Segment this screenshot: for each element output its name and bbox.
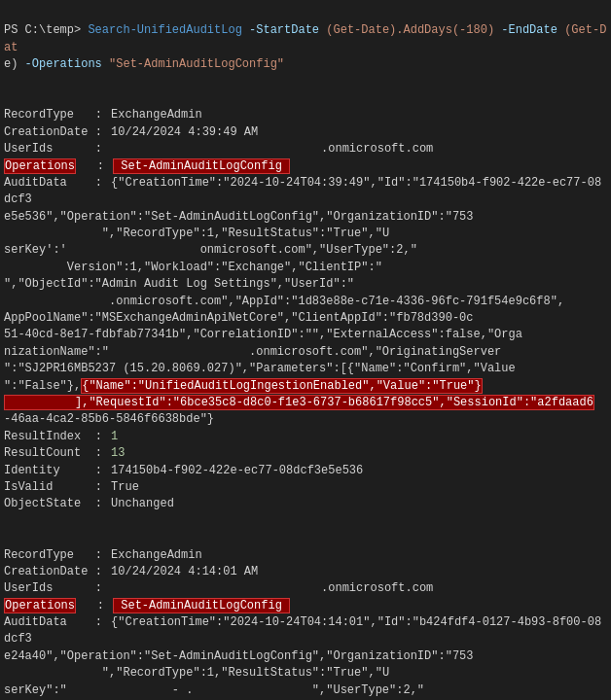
auditdata-label: AuditData bbox=[4, 176, 95, 190]
command-continuation: e) bbox=[4, 57, 25, 71]
command-name: Search-UnifiedAuditLog bbox=[88, 23, 241, 37]
record1-auditdata-row: AuditData : {"CreationTime":"2024-10-24T… bbox=[4, 176, 601, 426]
creationdate-value: 10/24/2024 4:39:49 AM bbox=[111, 125, 258, 139]
blank-line-2 bbox=[4, 531, 11, 544]
record2-auditdata-row: AuditData : {"CreationTime":"2024-10-24T… bbox=[4, 615, 606, 700]
record2-recordtype-row: RecordType : ExchangeAdmin bbox=[4, 548, 202, 562]
resultcount-label: ResultCount bbox=[4, 446, 95, 460]
objectstate-label: ObjectState bbox=[4, 497, 95, 510]
resultindex-label: ResultIndex bbox=[4, 430, 95, 443]
userids-value-2: .onmicrosoft.com bbox=[111, 581, 433, 595]
operations-value-highlight-2: Set-AdminAuditLogConfig bbox=[113, 598, 290, 613]
auditdata-value-1c: -46aa-4ca2-85b6-5846f6638bde"} bbox=[4, 412, 214, 426]
creationdate-label: CreationDate bbox=[4, 125, 95, 139]
recordtype-value: ExchangeAdmin bbox=[111, 108, 202, 122]
recordtype-value-2: ExchangeAdmin bbox=[111, 548, 202, 562]
value-operations: "Set-AdminAuditLogConfig" bbox=[109, 57, 284, 71]
command-line: PS C:\temp> Search-UnifiedAuditLog -Star… bbox=[4, 23, 606, 71]
record1-isvalid-row: IsValid : True bbox=[4, 480, 139, 494]
terminal-window: PS C:\temp> Search-UnifiedAuditLog -Star… bbox=[0, 0, 611, 700]
record1-userids-row: UserIds : .onmicrosoft.com bbox=[4, 142, 433, 156]
identity-value-1: 174150b4-f902-422e-ec77-08dcf3e5e536 bbox=[111, 464, 363, 477]
isvalid-label: IsValid bbox=[4, 480, 95, 494]
record1-operations-row: Operations : Set-AdminAuditLogConfig bbox=[4, 159, 290, 173]
record1-recordtype-row: RecordType : ExchangeAdmin bbox=[4, 108, 202, 122]
record1-resultcount-row: ResultCount : 13 bbox=[4, 446, 125, 460]
blank-line-1 bbox=[4, 91, 11, 105]
value-startdate: (Get-Date).AddDays(-180) bbox=[326, 23, 494, 37]
prompt: PS C:\temp> bbox=[4, 23, 88, 37]
userids-value: .onmicrosoft.com bbox=[111, 142, 433, 156]
record2-operations-row: Operations : Set-AdminAuditLogConfig bbox=[4, 599, 290, 612]
uali-enabled-true: {"Name":"UnifiedAuditLogIngestionEnabled… bbox=[81, 378, 482, 394]
isvalid-value-1: True bbox=[111, 480, 139, 494]
operations-label-highlight-2: Operations bbox=[4, 598, 76, 613]
auditdata-value-1: {"CreationTime":"2024-10-24T04:39:49","I… bbox=[4, 176, 601, 393]
objectstate-value-1: Unchanged bbox=[111, 497, 174, 510]
record2-userids-row: UserIds : .onmicrosoft.com bbox=[4, 581, 433, 595]
record1-creationdate-row: CreationDate : 10/24/2024 4:39:49 AM bbox=[4, 125, 258, 139]
userids-label: UserIds bbox=[4, 142, 95, 156]
record1-identity-row: Identity : 174150b4-f902-422e-ec77-08dcf… bbox=[4, 464, 363, 477]
resultcount-value: 13 bbox=[111, 446, 125, 460]
record1-objectstate-row: ObjectState : Unchanged bbox=[4, 497, 174, 510]
record1-resultindex-row: ResultIndex : 1 bbox=[4, 430, 118, 443]
operations-label-highlight: Operations bbox=[4, 158, 76, 174]
creationdate-label-2: CreationDate bbox=[4, 565, 95, 578]
userids-label-2: UserIds bbox=[4, 581, 95, 595]
param-enddate: -EndDate bbox=[501, 23, 557, 37]
creationdate-value-2: 10/24/2024 4:14:01 AM bbox=[111, 565, 258, 578]
operations-value-highlight-1: Set-AdminAuditLogConfig bbox=[113, 158, 290, 174]
recordtype-label-2: RecordType bbox=[4, 548, 95, 562]
request-id-highlight: ],"RequestId":"6bce35c8-d8c0-f1e3-6737-b… bbox=[4, 395, 594, 410]
record2-creationdate-row: CreationDate : 10/24/2024 4:14:01 AM bbox=[4, 565, 258, 578]
auditdata-label-2: AuditData bbox=[4, 615, 95, 629]
identity-label: Identity bbox=[4, 464, 95, 477]
param-operations: -Operations bbox=[25, 57, 102, 71]
resultindex-value-1: 1 bbox=[111, 430, 118, 443]
recordtype-label: RecordType bbox=[4, 108, 95, 122]
param-startdate: -StartDate bbox=[249, 23, 319, 37]
